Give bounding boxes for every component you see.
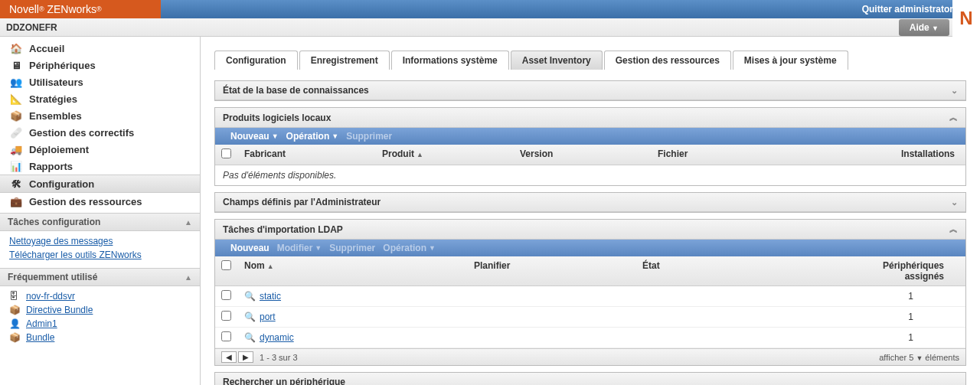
new-action[interactable]: Nouveau <box>230 243 270 253</box>
table-header: Fabricant Produit▲ Version Fichier Insta… <box>215 145 965 165</box>
row-checkbox[interactable] <box>221 311 231 321</box>
col-scheduler[interactable]: Planifier <box>469 260 638 282</box>
tab-enregistrement[interactable]: Enregistrement <box>299 51 390 70</box>
ldap-panel: Tâches d'importation LDAP ︽ Nouveau Modi… <box>214 219 966 366</box>
frequent-section-header: Fréquemment utilisé ▲ <box>0 268 200 286</box>
magnifier-icon[interactable]: 🔍 <box>240 291 260 302</box>
operation-action[interactable]: Opération▼ <box>286 131 339 142</box>
nav-label: Accueil <box>29 43 64 54</box>
nav-label: Déploiement <box>29 144 89 155</box>
row-name-link[interactable]: port <box>260 312 276 322</box>
next-page-button[interactable]: ▶ <box>238 351 253 363</box>
nav-item-strat-gies[interactable]: 📐Stratégies <box>0 90 200 107</box>
nav-icon: 📊 <box>9 160 23 172</box>
nav-icon: 📐 <box>9 93 23 105</box>
collapse-icon[interactable]: ︽ <box>949 223 958 235</box>
col-assigned[interactable]: Périphériques assignés <box>837 260 959 282</box>
tab-informations-syst-me[interactable]: Informations système <box>391 51 509 70</box>
collapse-icon[interactable]: ▲ <box>185 273 192 282</box>
frequent-item[interactable]: 👤Admin1 <box>0 317 200 331</box>
col-manufacturer[interactable]: Fabricant <box>240 148 377 161</box>
col-name[interactable]: Nom▲ <box>240 260 469 282</box>
panel-title: Rechercher un périphérique <box>223 377 345 385</box>
nav-label: Gestion des correctifs <box>29 127 134 139</box>
frequent-item[interactable]: 📦Directive Bundle <box>0 303 200 317</box>
panel-title: Champs définis par l'Administrateur <box>223 197 381 207</box>
nav-label: Utilisateurs <box>29 77 83 88</box>
frequent-link[interactable]: Directive Bundle <box>26 305 93 315</box>
nav-label: Ensembles <box>29 110 82 122</box>
help-button[interactable]: Aide ▼ <box>899 19 949 36</box>
col-installs[interactable]: Installations <box>852 148 959 161</box>
col-state[interactable]: État <box>638 260 837 282</box>
zone-name: DDZONEFR <box>6 22 57 33</box>
admin-fields-panel: Champs définis par l'Administrateur ⌄ <box>214 192 966 213</box>
nav-item-gestion-des-correctifs[interactable]: 🩹Gestion des correctifs <box>0 124 200 141</box>
item-icon: 📦 <box>9 332 21 343</box>
sidebar: 🏠Accueil🖥Périphériques👥Utilisateurs📐Stra… <box>0 37 201 385</box>
panel-title: Produits logiciels locaux <box>223 113 331 123</box>
frequent-link[interactable]: Admin1 <box>26 318 57 329</box>
collapse-icon[interactable]: ▲ <box>185 218 192 227</box>
expand-icon[interactable]: ⌄ <box>951 197 958 207</box>
item-icon: 👤 <box>9 318 21 329</box>
main-content: ConfigurationEnregistrementInformations … <box>201 37 980 385</box>
tab-asset-inventory[interactable]: Asset Inventory <box>511 51 603 70</box>
select-all-checkbox[interactable] <box>221 148 231 158</box>
nav-item-rapports[interactable]: 📊Rapports <box>0 158 200 175</box>
magnifier-icon[interactable]: 🔍 <box>240 332 260 343</box>
row-name-link[interactable]: static <box>260 291 281 302</box>
nav-icon: 🖥 <box>9 59 23 71</box>
chevron-down-icon: ▼ <box>932 24 939 32</box>
nav-item-utilisateurs[interactable]: 👥Utilisateurs <box>0 73 200 90</box>
edit-action[interactable]: Modifier▼ <box>277 243 322 253</box>
frequent-item[interactable]: 📦Bundle <box>0 331 200 344</box>
sort-asc-icon: ▲ <box>267 263 274 270</box>
magnifier-icon[interactable]: 🔍 <box>240 312 260 322</box>
frequent-item[interactable]: 🗄nov-fr-ddsvr <box>0 289 200 303</box>
row-name-link[interactable]: dynamic <box>260 332 294 343</box>
expand-icon[interactable]: ⌄ <box>951 86 958 96</box>
row-checkbox[interactable] <box>221 331 231 341</box>
operation-action[interactable]: Opération▼ <box>383 243 436 253</box>
nav-item-d-ploiement[interactable]: 🚚Déploiement <box>0 141 200 158</box>
collapse-icon[interactable]: ︽ <box>949 112 958 123</box>
table-row: 🔍port1 <box>215 307 965 328</box>
nav-icon: 🩹 <box>9 126 23 139</box>
search-device-panel: Rechercher un périphérique <box>214 372 966 385</box>
select-all-checkbox[interactable] <box>221 260 231 270</box>
frequent-link[interactable]: Bundle <box>26 332 54 343</box>
nav-label: Gestion des ressources <box>29 196 142 207</box>
nav-item-gestion-des-ressources[interactable]: 💼Gestion des ressources <box>0 193 200 210</box>
panel-title: État de la base de connaissances <box>223 85 369 96</box>
chevron-down-icon: ▼ <box>315 244 322 252</box>
nav-label: Configuration <box>29 178 94 190</box>
nav-item-ensembles[interactable]: 📦Ensembles <box>0 107 200 124</box>
col-product[interactable]: Produit▲ <box>377 148 515 161</box>
pager: ◀ ▶ 1 - 3 sur 3 afficher 5 ▼ éléments <box>215 348 965 365</box>
task-link[interactable]: Nettoyage des messages <box>9 234 191 248</box>
tab-gestion-des-ressources[interactable]: Gestion des ressources <box>604 51 731 70</box>
tab-mises-jour-syst-me[interactable]: Mises à jour système <box>733 51 848 70</box>
delete-action[interactable]: Supprimer <box>346 131 392 142</box>
new-action[interactable]: Nouveau▼ <box>230 131 279 142</box>
nav-item-accueil[interactable]: 🏠Accueil <box>0 40 200 57</box>
frequent-link[interactable]: nov-fr-ddsvr <box>26 291 75 302</box>
page-size-value[interactable]: 5 <box>909 353 913 362</box>
task-link[interactable]: Télécharger les outils ZENworks <box>9 248 191 262</box>
table-row: 🔍static1 <box>215 286 965 307</box>
row-checkbox[interactable] <box>221 290 231 300</box>
col-version[interactable]: Version <box>515 148 653 161</box>
logout-link[interactable]: Quitter administrator <box>862 4 953 15</box>
delete-action[interactable]: Supprimer <box>329 243 375 253</box>
nav-item-configuration[interactable]: 🛠Configuration <box>0 175 200 193</box>
table-row: 🔍dynamic1 <box>215 328 965 348</box>
nav-item-p-riph-riques[interactable]: 🖥Périphériques <box>0 57 200 73</box>
header-bar: Quitter administrator 🔑 <box>161 0 980 18</box>
kb-panel: État de la base de connaissances ⌄ <box>214 80 966 101</box>
row-count: 1 <box>841 332 959 343</box>
prev-page-button[interactable]: ◀ <box>221 351 237 363</box>
nav-label: Périphériques <box>29 60 96 71</box>
col-file[interactable]: Fichier <box>653 148 852 161</box>
tab-configuration[interactable]: Configuration <box>214 51 298 70</box>
